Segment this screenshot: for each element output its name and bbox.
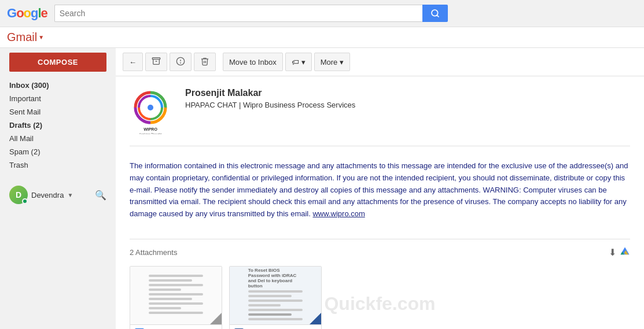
svg-rect-0 xyxy=(152,58,160,60)
wipro-link[interactable]: www.wipro.com xyxy=(312,209,365,218)
doc-line xyxy=(149,279,193,282)
search-wrapper xyxy=(54,5,448,22)
search-button[interactable] xyxy=(422,5,448,22)
spam-icon xyxy=(176,57,185,68)
sender-details: Prosenjit Malakar HPAPAC CHAT | Wipro Bu… xyxy=(185,88,355,109)
sidebar-item-trash[interactable]: Trash xyxy=(0,158,111,172)
logo-g2: g xyxy=(31,6,38,20)
compose-button[interactable]: COMPOSE xyxy=(9,53,106,72)
download-icon: ⬇ xyxy=(609,247,616,257)
delete-button[interactable] xyxy=(194,53,216,71)
drive-icon xyxy=(620,249,630,258)
attachment-thumb-2: To Reset BIOS Password with iDRAC and De… xyxy=(230,267,321,324)
sidebar-item-spam-label: Spam (2) xyxy=(9,147,40,156)
sidebar: COMPOSE Inbox (300) Important Sent Mail … xyxy=(0,48,116,329)
user-name: Devendra xyxy=(31,191,64,199)
sidebar-item-inbox-label: Inbox (300) xyxy=(9,81,49,90)
save-to-drive-button[interactable] xyxy=(620,246,630,259)
doc-line xyxy=(248,295,292,297)
divider-middle xyxy=(130,239,630,239)
corner-fold-1 xyxy=(210,313,222,324)
svg-text:Applying Thought: Applying Thought xyxy=(139,132,162,134)
sidebar-item-sent[interactable]: Sent Mail xyxy=(0,105,111,119)
attachment-footer-1: D SMC_2016-10-07... xyxy=(130,324,222,329)
divider-top xyxy=(130,146,630,146)
sender-name: Prosenjit Malakar xyxy=(185,88,355,98)
svg-point-5 xyxy=(148,105,153,110)
main-layout: COMPOSE Inbox (300) Important Sent Mail … xyxy=(0,48,644,329)
back-button[interactable]: ← xyxy=(123,53,143,71)
search-icon xyxy=(430,9,440,18)
download-all-button[interactable]: ⬇ xyxy=(609,246,616,259)
sidebar-item-inbox[interactable]: Inbox (300) xyxy=(0,79,111,92)
archive-icon xyxy=(152,57,161,68)
attachment-thumb-1 xyxy=(130,267,222,324)
sidebar-item-sent-label: Sent Mail xyxy=(9,108,41,116)
sidebar-item-allmail[interactable]: All Mail xyxy=(0,132,111,145)
email-body-text: The information contained in this electr… xyxy=(130,161,628,218)
attachment-item-1[interactable]: D SMC_2016-10-07... xyxy=(130,266,222,329)
doc-preview-2: To Reset BIOS Password with iDRAC and De… xyxy=(244,267,308,324)
logo-o2: o xyxy=(24,6,31,20)
email-message: The information contained in this electr… xyxy=(130,153,630,227)
delete-icon xyxy=(200,57,209,68)
doc-line xyxy=(248,313,292,316)
label-button[interactable]: 🏷 ▾ xyxy=(285,53,312,71)
attachments-container: Quickfe.com xyxy=(130,266,630,329)
attachment-actions: ⬇ xyxy=(609,246,630,259)
sender-section: WIPRO Applying Thought Prosenjit Malakar… xyxy=(130,88,630,134)
wipro-logo: WIPRO Applying Thought xyxy=(130,88,176,134)
label-dropdown-icon: ▾ xyxy=(301,58,306,66)
avatar-initials: D xyxy=(16,190,21,199)
sender-org: HPAPAC CHAT | Wipro Business Process Ser… xyxy=(185,101,355,109)
doc-line xyxy=(149,307,182,309)
doc-line xyxy=(248,290,303,293)
gmail-dropdown-icon[interactable]: ▼ xyxy=(38,34,44,40)
svg-text:WIPRO: WIPRO xyxy=(143,127,157,131)
sidebar-item-allmail-label: All Mail xyxy=(9,134,34,143)
move-to-inbox-button[interactable]: Move to Inbox xyxy=(223,53,283,71)
doc-preview-1 xyxy=(144,270,208,321)
doc-line xyxy=(149,293,204,295)
attachments-header: 2 Attachments ⬇ xyxy=(130,246,630,259)
corner-fold-2 xyxy=(310,313,321,324)
user-dropdown-icon: ▼ xyxy=(67,192,73,198)
email-toolbar: ← xyxy=(116,48,644,76)
doc-line xyxy=(149,312,204,314)
sidebar-item-trash-label: Trash xyxy=(9,161,28,169)
attachments-section: 2 Attachments ⬇ xyxy=(130,246,630,329)
logo-e: e xyxy=(41,6,47,20)
avatar-online-dot xyxy=(22,198,28,204)
doc-line xyxy=(149,302,204,305)
more-label: More xyxy=(321,58,338,66)
attachments-list: D SMC_2016-10-07... To Reset BIOS Passwo… xyxy=(130,266,630,329)
sidebar-item-drafts-label: Drafts (2) xyxy=(9,121,42,130)
user-area[interactable]: D Devendra ▼ 🔍 xyxy=(0,181,116,209)
logo-g1: G xyxy=(7,6,16,20)
doc-line xyxy=(149,298,193,300)
move-to-inbox-label: Move to Inbox xyxy=(229,58,277,66)
email-content-area: ← xyxy=(116,48,644,329)
search-input[interactable] xyxy=(54,5,422,22)
sidebar-item-drafts[interactable]: Drafts (2) xyxy=(0,119,111,132)
spam-button[interactable] xyxy=(170,53,192,71)
back-icon: ← xyxy=(129,58,137,66)
doc-header: To Reset BIOS Password with iDRAC and De… xyxy=(248,268,303,289)
top-bar: Google xyxy=(0,0,644,27)
sidebar-item-important-label: Important xyxy=(9,94,41,103)
sidebar-item-important[interactable]: Important xyxy=(0,92,111,105)
attachments-label: 2 Attachments xyxy=(130,248,177,257)
doc-line xyxy=(149,275,204,277)
sidebar-item-spam[interactable]: Spam (2) xyxy=(0,145,111,158)
user-search-button[interactable]: 🔍 xyxy=(95,190,106,201)
doc-line xyxy=(248,304,281,306)
gmail-label[interactable]: Gmail xyxy=(7,31,37,44)
attachment-footer-2: W BIOS Password I... xyxy=(230,324,321,329)
more-dropdown-icon: ▾ xyxy=(340,58,344,66)
google-logo: Google xyxy=(7,6,47,21)
archive-button[interactable] xyxy=(145,53,167,71)
avatar: D xyxy=(9,186,28,204)
more-button[interactable]: More ▾ xyxy=(314,53,351,71)
logo-o1: o xyxy=(16,6,23,20)
attachment-item-2[interactable]: To Reset BIOS Password with iDRAC and De… xyxy=(229,266,322,329)
